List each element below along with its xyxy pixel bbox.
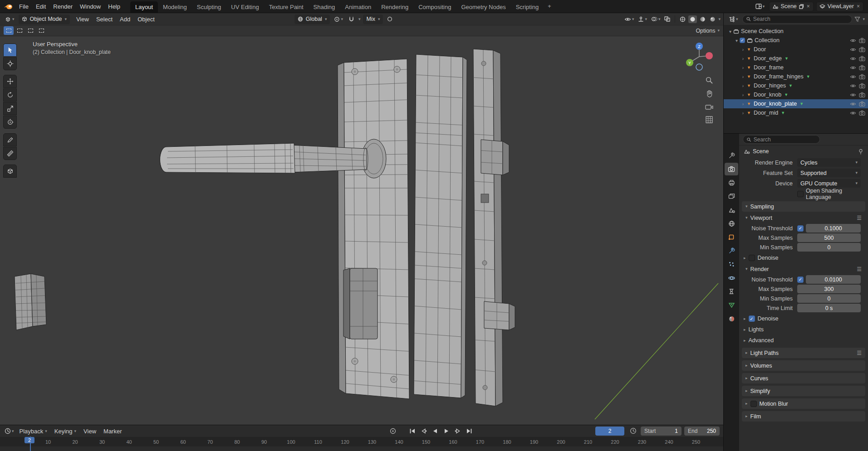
tab-output[interactable] <box>725 176 738 189</box>
jump-to-end-button[interactable] <box>464 427 474 436</box>
expand-chevron-icon[interactable]: ▾ <box>734 38 740 43</box>
model-door-hinge-part[interactable] <box>15 274 46 330</box>
workspace-tab[interactable]: Animation <box>340 1 376 13</box>
expand-chevron-icon[interactable]: ▾ <box>727 29 733 34</box>
eye-icon[interactable] <box>850 92 856 97</box>
frame-start-field[interactable]: Start 1 <box>641 427 682 436</box>
shading-solid-icon[interactable] <box>688 15 697 23</box>
tool-transform[interactable] <box>3 116 17 129</box>
model-lock-housing[interactable] <box>343 268 378 339</box>
properties-panel-header[interactable]: ▸ Motion Blur ☰︎ <box>742 398 865 409</box>
render-engine-select[interactable]: Cycles▾ <box>797 158 861 167</box>
properties-search[interactable] <box>743 135 820 144</box>
workspace-tab[interactable]: UV Editing <box>226 1 264 13</box>
eye-icon[interactable] <box>850 74 856 79</box>
expand-chevron-icon[interactable]: › <box>740 102 746 107</box>
prev-keyframe-button[interactable] <box>419 427 428 436</box>
tool-rotate[interactable] <box>3 88 17 102</box>
panel-menu-icon[interactable]: ☰︎ <box>857 266 862 272</box>
eye-icon[interactable] <box>850 102 856 107</box>
timeline-menu-item[interactable]: Playback▾ <box>16 428 51 435</box>
select-mode-intersect-button[interactable] <box>36 26 46 35</box>
gizmos-dropdown[interactable]: ▾ <box>637 15 648 23</box>
render-time-limit-value[interactable]: 0 s <box>797 304 861 312</box>
expand-chevron-icon[interactable]: › <box>740 74 746 79</box>
shading-rendered-icon[interactable] <box>708 15 717 23</box>
workspace-tab[interactable]: Rendering <box>376 1 413 13</box>
camera-icon[interactable] <box>859 47 865 52</box>
eye-icon[interactable] <box>850 111 856 116</box>
outliner-object-row[interactable]: › ▼ Door_mid ▼ <box>724 108 868 117</box>
viewport-subpanel-header[interactable]: ▾Viewport ☰︎ <box>744 213 863 223</box>
viewport-3d[interactable]: User Perspective (2) Collection | Door_k… <box>0 36 723 425</box>
tab-material[interactable] <box>725 312 738 325</box>
viewport-noise-checkbox[interactable]: ✓ <box>797 225 804 232</box>
preview-range-icon[interactable] <box>630 427 637 434</box>
timeline-menu-item[interactable]: Marker▾ <box>100 428 125 435</box>
osl-checkbox[interactable] <box>797 191 804 197</box>
camera-icon[interactable] <box>859 56 865 61</box>
properties-panel-header[interactable]: ▸ Light Paths ☰︎ <box>742 348 865 358</box>
hand-icon[interactable] <box>705 90 713 98</box>
shading-dropdown-chevron[interactable]: ▾ <box>718 17 721 21</box>
viewport-denoise-row[interactable]: ▸ Denoise <box>744 253 863 263</box>
gizmo-z-negative[interactable] <box>696 64 702 70</box>
tab-render[interactable] <box>725 163 738 175</box>
editor-type-timeline-icon[interactable]: ▾ <box>3 428 16 434</box>
workspace-tab[interactable]: Compositing <box>413 1 456 13</box>
workspace-tab[interactable]: Texture Paint <box>264 1 309 13</box>
frame-end-field[interactable]: End 250 <box>684 427 720 436</box>
render-noise-value[interactable]: 0.0100 <box>806 275 861 284</box>
expand-chevron-icon[interactable]: › <box>740 92 746 97</box>
expand-chevron-icon[interactable]: › <box>740 111 746 116</box>
select-mode-extend-button[interactable] <box>15 26 25 35</box>
camera-icon[interactable] <box>859 74 865 79</box>
render-denoise-row[interactable]: ▸ ✓ Denoise <box>744 314 863 324</box>
properties-panel-header[interactable]: ▸ Volumes ☰︎ <box>742 360 865 371</box>
unlink-scene-icon[interactable]: × <box>806 3 810 10</box>
editor-type-outliner-icon[interactable]: ▾ <box>727 16 740 22</box>
select-mode-subtract-button[interactable] <box>25 26 35 35</box>
orientation-dropdown[interactable]: Global ▾ <box>294 15 330 24</box>
tool-measure[interactable] <box>3 147 17 160</box>
render-min-samples-value[interactable]: 0 <box>797 294 861 303</box>
gizmo-x-axis[interactable] <box>706 52 713 59</box>
play-button[interactable] <box>441 427 451 436</box>
tab-object[interactable] <box>725 231 738 243</box>
workspace-tab[interactable]: Shading <box>309 1 340 13</box>
viewport-menu-item[interactable]: Select <box>93 16 116 23</box>
add-workspace-button[interactable]: + <box>544 1 555 12</box>
zoom-icon[interactable] <box>705 76 713 84</box>
shading-wireframe-icon[interactable] <box>678 15 687 23</box>
ortho-grid-icon[interactable] <box>705 116 713 124</box>
outliner-collection-row[interactable]: ▾ ✓ Collection <box>724 36 868 45</box>
expand-chevron-icon[interactable]: › <box>740 65 746 70</box>
workspace-tab[interactable]: Sculpting <box>192 1 226 13</box>
viewport-menu-item[interactable]: Object <box>134 16 158 23</box>
tab-view-layer[interactable] <box>725 190 738 203</box>
eye-icon[interactable] <box>850 65 856 70</box>
remove-viewlayer-icon[interactable]: × <box>856 3 860 10</box>
viewport-menu-item[interactable]: View <box>73 16 93 23</box>
feature-set-select[interactable]: Supported▾ <box>797 169 861 177</box>
options-dropdown[interactable]: Options ▾ <box>696 28 720 34</box>
model-door-edge[interactable] <box>473 49 515 406</box>
outliner-search[interactable] <box>742 15 853 24</box>
expand-chevron-icon[interactable]: › <box>740 56 746 61</box>
properties-panel-header[interactable]: ▸ Film ☰︎ <box>742 411 865 422</box>
playhead-frame-badge[interactable]: 2 <box>25 437 34 443</box>
viewlayer-selector[interactable]: ViewLayer × <box>816 2 863 11</box>
render-subpanel-header[interactable]: ▾Render ☰︎ <box>744 264 863 274</box>
editor-type-viewport-icon[interactable]: ▾ <box>3 16 16 22</box>
workspace-tab[interactable]: Layout <box>130 1 158 13</box>
tool-select-box[interactable] <box>3 44 17 57</box>
timeline-track-area[interactable] <box>0 446 723 451</box>
viewport-min-samples-value[interactable]: 0 <box>797 243 861 252</box>
camera-view-icon[interactable] <box>705 103 713 110</box>
expand-chevron-icon[interactable]: › <box>740 47 746 52</box>
outliner-object-row[interactable]: › ▼ Door_knob ▼ <box>724 90 868 99</box>
timeline-menu-item[interactable]: Keying▾ <box>51 428 80 435</box>
eye-icon[interactable] <box>850 83 856 88</box>
show-object-types-dropdown[interactable]: ▾ <box>623 16 636 23</box>
overlays-dropdown[interactable]: ▾ <box>650 15 662 23</box>
